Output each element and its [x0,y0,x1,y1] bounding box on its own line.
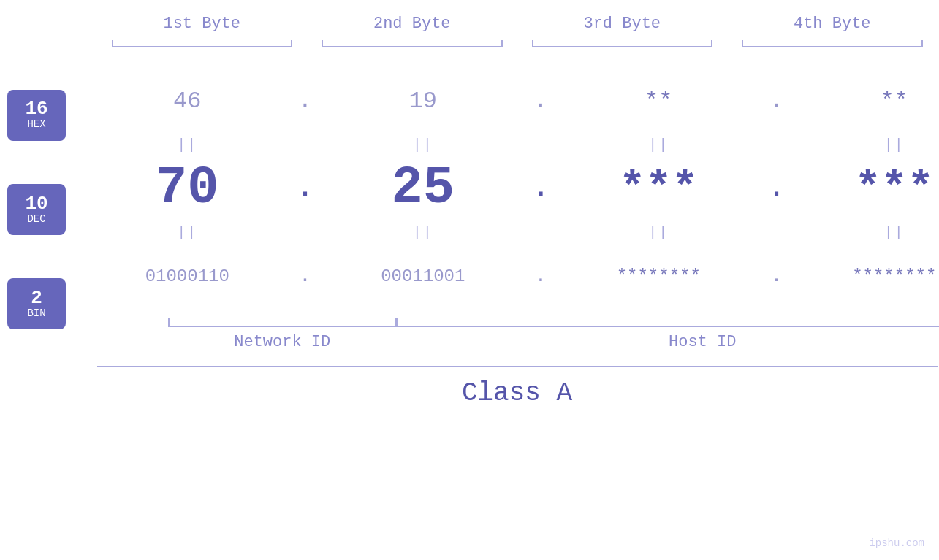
network-id-label: Network ID [168,333,397,351]
byte-header-1: 1st Byte [97,15,308,33]
hex-badge: 16 HEX [7,90,66,141]
dec-value-2: 25 [392,158,455,218]
rows-area: 46 . 19 . ** . ** || [73,68,939,351]
byte-header-3: 3rd Byte [517,15,728,33]
hex-row: 46 . 19 . ** . ** [73,68,939,134]
badge-column: 16 HEX 10 DEC 2 BIN [0,68,73,351]
labels-row: Network ID Host ID [168,333,939,351]
hex-dot-2: . [530,90,552,112]
separator-2: || || || || [73,221,939,243]
sep-bar-7: || [552,224,766,241]
sep-symbol-3: || [648,137,669,153]
host-id-label: Host ID [397,333,940,351]
bin-value-4: ******** [852,266,936,286]
top-bracket-row [97,40,938,53]
watermark: ipshu.com [869,537,924,549]
bin-value-1: 01000110 [145,266,229,286]
hex-value-4: ** [881,88,908,115]
byte-headers: 1st Byte 2nd Byte 3rd Byte 4th Byte [97,15,938,33]
bottom-line [97,366,938,367]
dec-row: 70 . 25 . *** . *** [73,156,939,221]
bin-dot-2: . [530,266,552,286]
dec-value-4: *** [855,164,934,213]
dec-value-3: *** [619,164,698,213]
network-bracket [168,312,397,327]
content-area: 16 HEX 10 DEC 2 BIN 46 . 19 [0,68,939,351]
dec-badge-label: DEC [27,213,45,226]
bin-cell-4: ******** [788,266,940,286]
sep-bar-2: || [316,137,531,153]
dec-badge-num: 10 [25,194,47,213]
bin-value-2: 00011001 [381,266,465,286]
hex-badge-label: HEX [27,118,45,131]
sep-symbol-8: || [884,224,905,241]
hex-cell-1: 46 [80,88,294,115]
hex-dot-3: . [766,90,788,112]
bin-badge-num: 2 [31,288,42,307]
byte-header-2: 2nd Byte [307,15,517,33]
bin-cell-2: 00011001 [316,266,531,286]
host-bracket [397,312,940,327]
bracket-2 [307,40,517,53]
hex-value-2: 19 [409,88,437,115]
sep-symbol-5: || [177,224,197,241]
class-label: Class A [97,378,938,408]
bin-dot-3: . [766,266,788,286]
sep-symbol-7: || [648,224,669,241]
bin-value-3: ******** [617,266,701,286]
hex-cell-4: ** [788,88,940,115]
bin-row: 01000110 . 00011001 . ******** . *******… [73,243,939,309]
dec-dot-2: . [530,174,552,204]
bracket-4 [727,40,938,53]
bottom-area: Network ID Host ID [168,312,939,351]
separator-1: || || || || [73,134,939,156]
sep-bar-5: || [80,224,294,241]
hex-badge-num: 16 [25,99,47,118]
dec-cell-1: 70 [80,158,294,218]
byte-header-4: 4th Byte [727,15,938,33]
dec-dot-1: . [294,174,316,204]
sep-symbol-1: || [177,137,197,153]
main-container: 1st Byte 2nd Byte 3rd Byte 4th Byte 16 H… [0,0,939,560]
dec-cell-2: 25 [316,158,531,218]
dec-cell-4: *** [788,164,940,213]
bracket-3 [517,40,728,53]
sep-symbol-4: || [884,137,905,153]
bin-badge: 2 BIN [7,278,66,329]
sep-bar-3: || [552,137,766,153]
sep-bar-1: || [80,137,294,153]
sep-bar-6: || [316,224,531,241]
hex-cell-3: ** [552,88,766,115]
bottom-line-row: Class A [97,366,938,408]
hex-value-3: ** [645,88,672,115]
dec-dot-3: . [766,174,788,204]
dec-value-1: 70 [156,158,218,218]
bracket-1 [97,40,308,53]
sep-bar-4: || [788,137,940,153]
bin-cell-1: 01000110 [80,266,294,286]
dec-badge: 10 DEC [7,184,66,235]
bin-badge-label: BIN [27,307,45,320]
sep-bar-8: || [788,224,940,241]
hex-value-1: 46 [173,88,201,115]
hex-dot-1: . [294,90,316,112]
bin-cell-3: ******** [552,266,766,286]
sep-symbol-2: || [413,137,433,153]
sep-symbol-6: || [413,224,433,241]
bottom-brackets [168,312,939,327]
dec-cell-3: *** [552,164,766,213]
bin-dot-1: . [294,266,316,286]
hex-cell-2: 19 [316,88,531,115]
